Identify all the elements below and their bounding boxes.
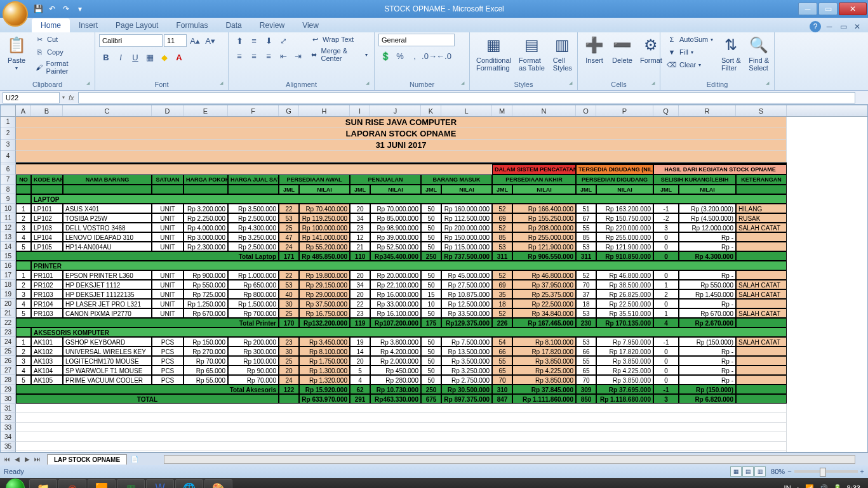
row-header[interactable]: 18	[1, 280, 16, 289]
taskbar-powerpoint-icon[interactable]: ◉	[58, 479, 86, 488]
font-size-combo[interactable]: 11	[164, 34, 187, 47]
data-cell[interactable]: Rp 20.000.000	[370, 270, 421, 280]
data-cell[interactable]: Rp 200.000.000	[441, 223, 492, 232]
ribbon-minimize-icon[interactable]: ─	[824, 21, 835, 32]
data-cell[interactable]: Rp 725.000	[184, 289, 228, 299]
row-header[interactable]: 7	[1, 175, 16, 185]
column-header[interactable]: B	[31, 105, 63, 116]
data-cell[interactable]: 2	[16, 346, 31, 356]
data-cell[interactable]: Rp 25.375.000	[512, 289, 576, 299]
data-cell[interactable]: PCS	[152, 346, 184, 356]
row-header[interactable]: 11	[1, 213, 16, 223]
data-cell[interactable]: 65	[492, 366, 512, 375]
data-cell[interactable]: Rp 155.250.000	[512, 213, 576, 223]
data-cell[interactable]: Rp 4.225.000	[596, 366, 653, 375]
data-cell[interactable]: PR103	[31, 308, 63, 318]
data-cell[interactable]: Rp -	[679, 375, 736, 385]
sort-filter-button[interactable]: ⇅Sort & Filter	[718, 34, 744, 73]
row-header[interactable]: 24	[1, 337, 16, 346]
data-cell[interactable]: Rp 255.000.000	[596, 232, 653, 242]
view-layout-icon[interactable]: ▤	[742, 466, 754, 477]
data-cell[interactable]: Rp 150.000.000	[441, 232, 492, 242]
data-cell[interactable]: DELL VOSTRO 3468	[63, 223, 152, 232]
sheet-tab[interactable]: LAP STOCK OPNAME	[47, 454, 127, 465]
data-cell[interactable]: 18	[492, 299, 512, 308]
data-cell[interactable]: Rp 34.840.000	[512, 308, 576, 318]
data-cell[interactable]: LP105	[31, 242, 63, 251]
data-cell[interactable]: 70	[492, 375, 512, 385]
select-all-corner[interactable]	[1, 105, 16, 116]
data-cell[interactable]: 55	[576, 223, 596, 232]
format-painter-button[interactable]: 🖌Format Painter	[32, 59, 91, 76]
data-cell[interactable]: Rp 65.000	[184, 366, 228, 375]
data-cell[interactable]: Rp 52.500.000	[370, 242, 421, 251]
data-cell[interactable]: 3	[653, 223, 679, 232]
data-cell[interactable]: 70	[576, 375, 596, 385]
data-cell[interactable]: 20	[350, 204, 370, 213]
data-cell[interactable]: 1	[16, 270, 31, 280]
name-box[interactable]: U22	[3, 92, 60, 103]
data-cell[interactable]: Rp 37.500.000	[299, 299, 350, 308]
data-cell[interactable]: Rp 17.820.000	[512, 346, 576, 356]
data-cell[interactable]: 65	[576, 366, 596, 375]
column-header[interactable]: H	[299, 105, 350, 116]
help-icon[interactable]: ?	[810, 21, 821, 32]
data-cell[interactable]: AK102	[31, 346, 63, 356]
data-cell[interactable]: 55	[576, 356, 596, 366]
data-cell[interactable]: 22	[350, 299, 370, 308]
data-cell[interactable]: Rp 1.000.000	[228, 270, 279, 280]
data-cell[interactable]: Rp 1.500.000	[228, 299, 279, 308]
data-cell[interactable]: UNIT	[152, 223, 184, 232]
data-cell[interactable]: Rp 141.000.000	[299, 232, 350, 242]
data-cell[interactable]: Rp 121.900.000	[596, 242, 653, 251]
tab-nav-last-icon[interactable]: ⏭	[33, 456, 42, 463]
data-cell[interactable]: 50	[421, 308, 441, 318]
data-cell[interactable]: GSHOP KEYBOARD	[63, 337, 152, 346]
conditional-formatting-button[interactable]: ▦Conditional Formatting	[474, 34, 514, 73]
underline-icon[interactable]: U	[128, 50, 142, 64]
data-cell[interactable]: Rp 33.500.000	[441, 308, 492, 318]
data-cell[interactable]: Rp 1.250.000	[184, 299, 228, 308]
data-cell[interactable]: 30	[279, 346, 299, 356]
data-cell[interactable]: UNIT	[152, 270, 184, 280]
data-cell[interactable]: Rp 2.750.000	[441, 375, 492, 385]
row-header[interactable]: 28	[1, 375, 16, 385]
qat-undo-icon[interactable]: ↶	[46, 3, 58, 15]
data-cell[interactable]: Rp 17.820.000	[596, 346, 653, 356]
data-cell[interactable]: Rp -	[679, 232, 736, 242]
data-cell[interactable]: RUSAK	[736, 213, 787, 223]
column-header[interactable]: K	[421, 105, 441, 116]
tab-insert[interactable]: Insert	[70, 18, 107, 32]
data-cell[interactable]: Rp 100.000.000	[299, 223, 350, 232]
data-cell[interactable]: AK105	[31, 375, 63, 385]
data-cell[interactable]: 3	[16, 223, 31, 232]
data-cell[interactable]: 37	[576, 289, 596, 299]
data-cell[interactable]: LP102	[31, 213, 63, 223]
column-header[interactable]: D	[152, 105, 184, 116]
data-cell[interactable]: 53	[576, 308, 596, 318]
data-cell[interactable]: 0	[653, 375, 679, 385]
fill-color-icon[interactable]: ◆	[157, 50, 171, 64]
zoom-in-icon[interactable]: +	[860, 468, 864, 475]
tray-network-icon[interactable]: 📶	[805, 484, 814, 489]
data-cell[interactable]: 0	[653, 270, 679, 280]
data-cell[interactable]	[736, 242, 787, 251]
data-cell[interactable]: UNIT	[152, 289, 184, 299]
data-cell[interactable]: 53	[279, 280, 299, 289]
data-cell[interactable]: Rp (4.500.000)	[679, 213, 736, 223]
data-cell[interactable]: Rp 16.100.000	[370, 308, 421, 318]
data-cell[interactable]: Rp 150.750.000	[596, 213, 653, 223]
data-cell[interactable]: Rp (3.200.000)	[679, 204, 736, 213]
data-cell[interactable]: Rp 2.250.000	[184, 213, 228, 223]
data-cell[interactable]: 1	[16, 204, 31, 213]
indent-inc-icon[interactable]: ⇥	[291, 49, 305, 63]
row-header[interactable]: 36	[1, 451, 16, 452]
column-header[interactable]: F	[228, 105, 279, 116]
row-header[interactable]: 10	[1, 204, 16, 213]
insert-cells-button[interactable]: ➕Insert	[582, 34, 607, 65]
data-cell[interactable]: Rp 3.250.000	[228, 232, 279, 242]
data-cell[interactable]: Rp 38.500.000	[596, 280, 653, 289]
data-cell[interactable]: PCS	[152, 337, 184, 346]
data-cell[interactable]: Rp 650.000	[228, 280, 279, 289]
data-cell[interactable]: PR102	[31, 280, 63, 289]
